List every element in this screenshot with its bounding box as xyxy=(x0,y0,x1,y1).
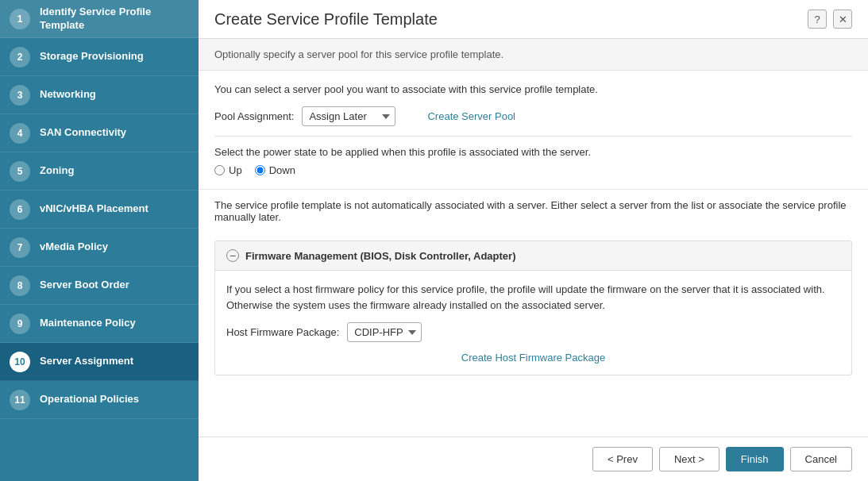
sidebar-item-4[interactable]: 4 SAN Connectivity xyxy=(0,114,199,152)
section-description: You can select a server pool you want to… xyxy=(214,83,852,95)
firmware-description: If you select a host firmware policy for… xyxy=(226,282,840,313)
sidebar-item-1[interactable]: 1 Identify Service Profile Template xyxy=(0,0,199,38)
step-number-10: 10 xyxy=(10,352,30,372)
sidebar-label-9: Maintenance Policy xyxy=(40,317,136,330)
power-state-section: Select the power state to be applied whe… xyxy=(214,146,852,176)
firmware-section: − Firmware Management (BIOS, Disk Contro… xyxy=(214,240,852,375)
sidebar-item-8[interactable]: 8 Server Boot Order xyxy=(0,267,199,305)
radio-up-label[interactable]: Up xyxy=(214,164,242,176)
sidebar-item-10[interactable]: 10 Server Assignment xyxy=(0,343,199,381)
step-number-9: 9 xyxy=(10,314,30,334)
pool-assignment-row: Pool Assignment: Assign Later Select Exi… xyxy=(214,106,852,126)
sidebar-item-5[interactable]: 5 Zoning xyxy=(0,152,199,190)
step-number-1: 1 xyxy=(10,9,30,29)
prev-button[interactable]: < Prev xyxy=(592,447,653,471)
dialog-footer: < Prev Next > Finish Cancel xyxy=(199,437,868,481)
sidebar: 1 Identify Service Profile Template 2 St… xyxy=(0,0,199,481)
sidebar-label-2: Storage Provisioning xyxy=(40,50,144,63)
next-button[interactable]: Next > xyxy=(659,447,719,471)
info-banner: Optionally specify a server pool for thi… xyxy=(199,39,868,71)
power-state-radio-group: Up Down xyxy=(214,164,852,176)
create-firmware-link[interactable]: Create Host Firmware Package xyxy=(461,352,605,364)
power-state-desc: Select the power state to be applied whe… xyxy=(214,146,852,158)
sidebar-item-2[interactable]: 2 Storage Provisioning xyxy=(0,38,199,76)
close-button[interactable]: ✕ xyxy=(833,10,852,29)
divider-1 xyxy=(214,136,852,137)
firmware-body: If you select a host firmware policy for… xyxy=(215,271,851,375)
firmware-title: Firmware Management (BIOS, Disk Controll… xyxy=(245,250,515,262)
radio-down-label[interactable]: Down xyxy=(255,164,295,176)
step-number-8: 8 xyxy=(10,275,30,296)
sidebar-item-7[interactable]: 7 vMedia Policy xyxy=(0,229,199,267)
create-server-pool-link[interactable]: Create Server Pool xyxy=(427,110,515,122)
pool-assignment-label: Pool Assignment: xyxy=(214,110,294,122)
main-content-section: You can select a server pool you want to… xyxy=(199,71,868,189)
radio-down-text: Down xyxy=(269,164,295,176)
sidebar-item-6[interactable]: 6 vNIC/vHBA Placement xyxy=(0,190,199,229)
firmware-link-row: Create Host Firmware Package xyxy=(226,352,840,364)
step-number-7: 7 xyxy=(10,237,30,258)
step-number-3: 3 xyxy=(10,85,30,106)
firmware-header[interactable]: − Firmware Management (BIOS, Disk Contro… xyxy=(215,241,851,271)
step-number-6: 6 xyxy=(10,199,30,220)
host-firmware-select[interactable]: CDIP-HFP xyxy=(347,322,422,342)
collapse-icon: − xyxy=(226,249,239,262)
sidebar-item-3[interactable]: 3 Networking xyxy=(0,76,199,114)
step-number-11: 11 xyxy=(10,390,30,410)
sidebar-label-5: Zoning xyxy=(40,164,74,178)
radio-down[interactable] xyxy=(255,165,265,175)
sidebar-label-7: vMedia Policy xyxy=(40,240,108,254)
sidebar-label-3: Networking xyxy=(40,88,96,102)
radio-up-text: Up xyxy=(229,164,242,176)
dialog-content: Optionally specify a server pool for thi… xyxy=(199,39,868,437)
association-note: The service profile template is not auto… xyxy=(199,189,868,233)
pool-assignment-select[interactable]: Assign Later Select Existing xyxy=(302,106,395,126)
sidebar-item-9[interactable]: 9 Maintenance Policy xyxy=(0,305,199,343)
sidebar-label-6: vNIC/vHBA Placement xyxy=(40,202,149,216)
info-banner-text: Optionally specify a server pool for thi… xyxy=(214,48,503,60)
sidebar-label-8: Server Boot Order xyxy=(40,279,129,292)
sidebar-item-11[interactable]: 11 Operational Policies xyxy=(0,381,199,419)
sidebar-label-4: SAN Connectivity xyxy=(40,126,126,140)
host-firmware-row: Host Firmware Package: CDIP-HFP xyxy=(226,322,840,342)
host-firmware-label: Host Firmware Package: xyxy=(226,326,339,338)
dialog: Create Service Profile Template ? ✕ Opti… xyxy=(199,0,868,481)
sidebar-label-11: Operational Policies xyxy=(40,393,139,406)
dialog-title: Create Service Profile Template xyxy=(214,10,438,29)
step-number-5: 5 xyxy=(10,161,30,182)
sidebar-label-1: Identify Service Profile Template xyxy=(40,6,189,33)
step-number-2: 2 xyxy=(10,47,30,67)
header-icons: ? ✕ xyxy=(808,10,852,29)
dialog-header: Create Service Profile Template ? ✕ xyxy=(199,0,868,39)
finish-button[interactable]: Finish xyxy=(726,447,784,471)
radio-up[interactable] xyxy=(214,165,225,175)
step-number-4: 4 xyxy=(10,123,30,144)
sidebar-label-10: Server Assignment xyxy=(40,355,133,368)
cancel-button[interactable]: Cancel xyxy=(790,447,852,471)
help-button[interactable]: ? xyxy=(808,10,827,29)
